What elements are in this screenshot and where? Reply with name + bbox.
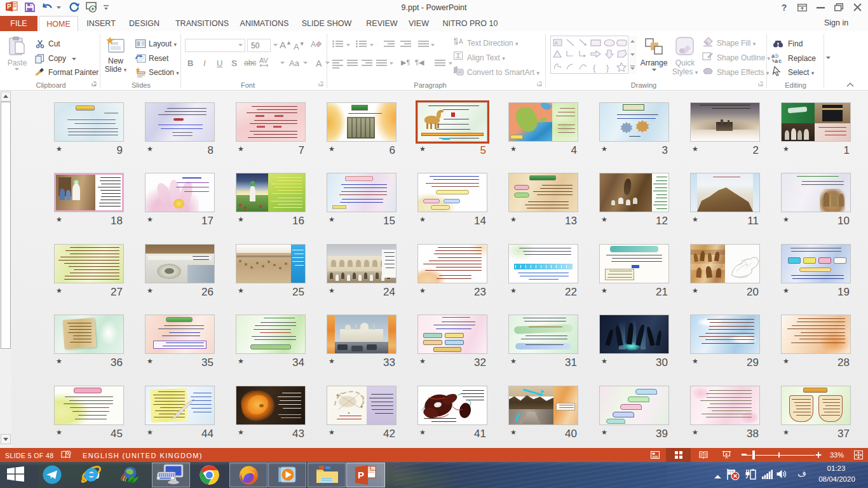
svg-text:}: } <box>606 63 609 72</box>
svg-text:{: { <box>593 63 596 72</box>
svg-text:c: c <box>778 58 782 64</box>
svg-text:A: A <box>311 40 316 49</box>
svg-text:A: A <box>459 38 463 45</box>
svg-text:P: P <box>358 470 364 480</box>
svg-text:A: A <box>555 40 559 46</box>
svg-text:P: P <box>7 3 11 10</box>
